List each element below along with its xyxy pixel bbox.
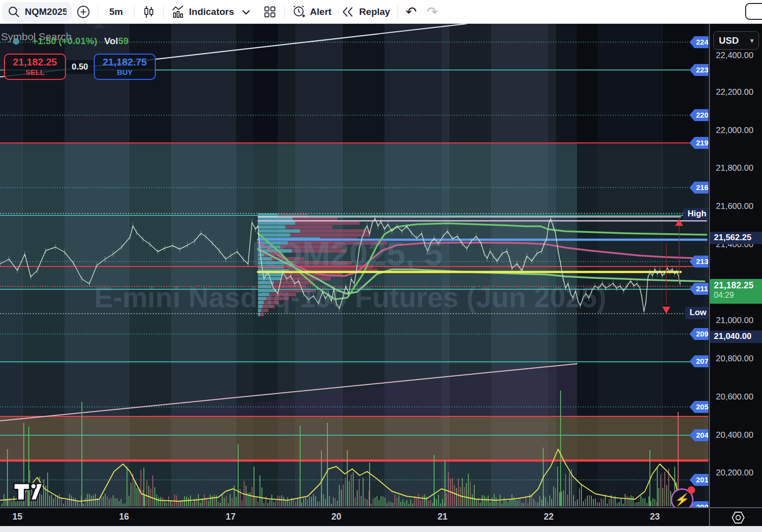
high-tag: High: [683, 208, 708, 220]
price-tick: 20,600.00: [716, 392, 754, 402]
price-tick: 21,800.00: [716, 163, 754, 173]
instant-trade-panel: 21,182.25 SELL 0.50 21,182.75 BUY: [4, 54, 156, 80]
buy-button[interactable]: 21,182.75 BUY: [94, 54, 156, 80]
interval-text: 5m: [109, 6, 123, 17]
layout-grid-button[interactable]: [258, 2, 282, 21]
toolbar-divider: [134, 5, 134, 18]
last-price-pill[interactable]: 21,182.25 04:29: [710, 279, 762, 304]
symbol-search-button[interactable]: NQM2025: [2, 2, 71, 22]
bottom-strip: [0, 526, 762, 532]
sell-button[interactable]: 21,182.25 SELL: [4, 54, 66, 80]
tradingview-logo[interactable]: [13, 481, 44, 502]
volume-value: 59: [118, 36, 128, 46]
replay-icon: [341, 5, 355, 19]
trading-app-window: NQM2025 5m Indicators: [0, 0, 762, 532]
alert-label: Alert: [310, 6, 331, 17]
interval-button[interactable]: 5m: [101, 2, 131, 21]
time-tick: 21: [438, 512, 447, 522]
watermark-symbol: NQM2025, 5: [252, 234, 443, 273]
high-value-pill: 21,562.25: [710, 232, 762, 244]
time-tick: 16: [119, 512, 129, 522]
buy-price: 21,182.75: [103, 57, 147, 68]
chart-pane[interactable]: NQM2025, 5 E-mini Nasdaq-100 Futures (Ju…: [0, 24, 708, 507]
notification-dot: [688, 486, 695, 494]
candlestick-icon: [142, 5, 156, 19]
currency-value: USD: [719, 35, 739, 46]
indicators-button[interactable]: Indicators: [166, 2, 258, 21]
price-tick: 21,000.00: [716, 316, 754, 326]
undo-button[interactable]: ↶: [400, 2, 422, 21]
replay-button[interactable]: Replay: [336, 2, 395, 21]
time-tick: 23: [650, 512, 660, 522]
price-tick: 22,400.00: [716, 51, 754, 61]
time-axis[interactable]: 15161720212223: [0, 507, 708, 526]
lightning-icon: ⚡: [674, 493, 691, 507]
time-tick: 15: [12, 512, 22, 522]
indicators-label: Indicators: [189, 6, 234, 17]
currency-selector[interactable]: USD ▾: [713, 31, 759, 50]
chevron-down-icon: [239, 5, 253, 19]
price-tick: 21,600.00: [716, 201, 754, 211]
price-tick: 20,800.00: [716, 354, 754, 364]
chevron-down-icon: ▾: [750, 37, 754, 44]
toolbar-divider: [163, 5, 164, 18]
last-price-value: 21,182.25: [714, 280, 762, 291]
buy-label: BUY: [117, 68, 133, 76]
price-tick: 22,200.00: [716, 87, 754, 97]
axis-settings-corner[interactable]: [709, 507, 762, 526]
price-tick: 22,000.00: [716, 126, 754, 135]
settings-hexagon-icon: [730, 509, 747, 526]
alert-button[interactable]: Alert: [287, 2, 336, 21]
low-value-pill: 21,040.00: [710, 331, 762, 343]
search-icon: [7, 5, 21, 19]
bar-countdown: 04:29: [714, 291, 762, 300]
grid-layout-icon: [263, 5, 277, 19]
redo-icon: ↷: [427, 4, 438, 20]
watermark-description: E-mini Nasdaq-100 Futures (Jun 2025): [94, 281, 607, 314]
add-symbol-button[interactable]: [71, 2, 95, 21]
alert-clock-icon: [292, 5, 306, 19]
sell-label: SELL: [25, 68, 44, 76]
price-tick: 20,200.00: [716, 468, 754, 478]
undo-icon: ↶: [405, 4, 417, 20]
toolbar-divider: [397, 5, 398, 18]
top-toolbar: NQM2025 5m Indicators: [0, 0, 762, 24]
time-tick: 17: [226, 512, 236, 522]
low-tag: Low: [685, 307, 708, 319]
sell-price: 21,182.25: [13, 57, 57, 68]
toolbar-divider: [98, 5, 98, 18]
indicators-icon: [171, 5, 185, 19]
symbol-search-tooltip: Symbol Search: [1, 31, 71, 43]
symbol-text: NQM2025: [25, 6, 66, 17]
volume-label: Vol: [104, 36, 118, 46]
chart-style-button[interactable]: [137, 2, 161, 21]
redo-button[interactable]: ↷: [422, 2, 443, 21]
toolbar-corner-button[interactable]: [745, 3, 762, 20]
plus-circle-icon: [76, 5, 90, 19]
time-tick: 20: [331, 512, 341, 522]
spread-value: 0.50: [66, 60, 94, 74]
time-tick: 22: [544, 512, 554, 522]
replay-label: Replay: [359, 6, 390, 17]
price-axis[interactable]: USD ▾ 22,400.0022,200.0022,000.0021,800.…: [709, 24, 762, 526]
price-tick: 20,400.00: [716, 430, 754, 440]
toolbar-divider: [284, 5, 285, 18]
